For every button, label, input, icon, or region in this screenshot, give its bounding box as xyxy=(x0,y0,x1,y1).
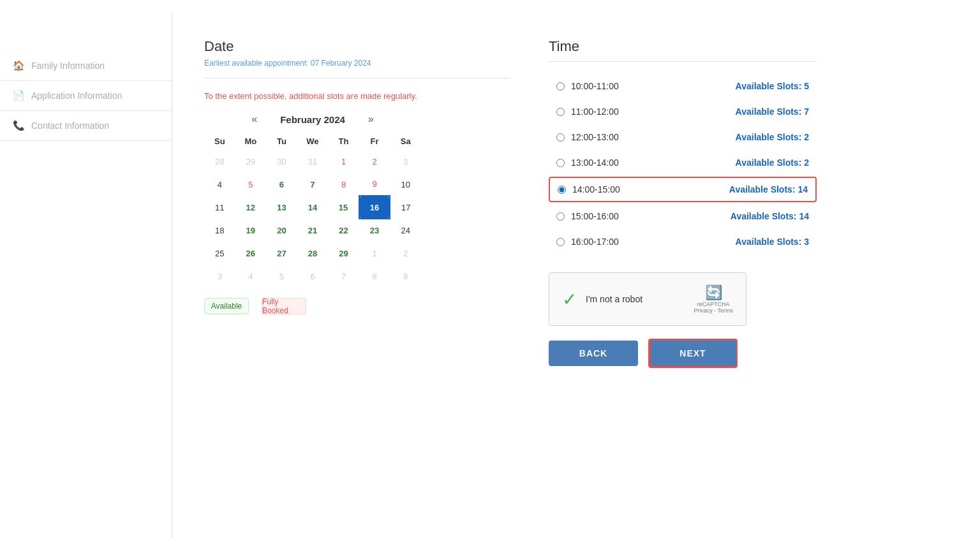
time-slot-row-slot-13-14[interactable]: 13:00-14:00Available Slots: 2 xyxy=(549,151,817,174)
time-slot-radio-slot-14-15[interactable] xyxy=(558,186,566,194)
time-slot-label: 13:00-14:00 xyxy=(571,158,619,168)
date-title: Date xyxy=(204,38,510,55)
calendar-day[interactable]: 25 xyxy=(204,242,235,265)
time-slot-radio-slot-16-17[interactable] xyxy=(556,238,565,246)
calendar-day[interactable]: 12 xyxy=(235,196,267,219)
time-slot-label: 15:00-16:00 xyxy=(571,211,619,221)
calendar-day[interactable]: 22 xyxy=(328,219,359,242)
sidebar-item-application-information[interactable]: 📄 Application Information xyxy=(0,81,172,111)
slots-available-label: Available Slots: 2 xyxy=(736,158,809,168)
slots-available-label: Available Slots: 3 xyxy=(736,237,809,247)
calendar-day[interactable]: 18 xyxy=(204,219,235,242)
calendar-day[interactable]: 8 xyxy=(328,173,359,196)
calendar-day[interactable]: 21 xyxy=(297,219,329,242)
calendar-week-1: 45678910 xyxy=(204,173,421,196)
prev-month-button[interactable]: « xyxy=(248,114,261,125)
time-slot-row-slot-16-17[interactable]: 16:00-17:00Available Slots: 3 xyxy=(549,230,817,253)
calendar-day[interactable]: 24 xyxy=(390,219,421,242)
calendar-day[interactable]: 7 xyxy=(297,173,329,196)
sidebar-item-contact-information[interactable]: 📞 Contact Information xyxy=(0,111,172,141)
legend-fully-booked: Fully Booked xyxy=(262,298,306,314)
time-slot-row-slot-12-13[interactable]: 12:00-13:00Available Slots: 2 xyxy=(549,126,817,149)
sidebar-item-label-family: Family Information xyxy=(31,61,105,71)
time-slot-radio-slot-15-16[interactable] xyxy=(556,212,565,221)
sidebar-item-family-information[interactable]: 🏠 Family Information xyxy=(0,51,172,81)
sidebar-item-label-contact: Contact Information xyxy=(31,121,109,131)
calendar-day[interactable]: 14 xyxy=(297,196,329,219)
date-section: Date Earliest available appointment: 07 … xyxy=(204,38,510,513)
day-header-we: We xyxy=(297,133,329,150)
time-slot-radio-slot-10-11[interactable] xyxy=(556,82,565,91)
calendar-day[interactable]: 19 xyxy=(235,219,267,242)
time-slot-label: 10:00-11:00 xyxy=(571,81,619,91)
calendar-day[interactable]: 29 xyxy=(328,242,359,265)
sidebar: 🏠 Family Information 📄 Application Infor… xyxy=(0,13,172,538)
calendar-day[interactable]: 9 xyxy=(359,173,390,196)
calendar-day[interactable]: 16 xyxy=(359,196,390,219)
calendar-day[interactable]: 20 xyxy=(266,219,297,242)
slots-available-label: Available Slots: 14 xyxy=(729,184,808,195)
time-slot-radio-slot-12-13[interactable] xyxy=(556,133,565,142)
calendar-week-0: 28293031123 xyxy=(204,150,421,173)
time-slot-row-slot-10-11[interactable]: 10:00-11:00Available Slots: 5 xyxy=(549,75,817,98)
calendar: « February 2024 » SuMoTuWeThFrSa 2829303… xyxy=(204,114,421,288)
captcha-checkmark-icon: ✓ xyxy=(562,289,577,310)
time-slot-left: 13:00-14:00 xyxy=(556,158,619,168)
calendar-day[interactable]: 23 xyxy=(359,219,390,242)
day-header-tu: Tu xyxy=(266,133,297,150)
calendar-day: 7 xyxy=(328,265,359,288)
legend-available: Available xyxy=(204,298,249,314)
calendar-day[interactable]: 28 xyxy=(297,242,329,265)
slots-available-label: Available Slots: 7 xyxy=(736,107,809,117)
calendar-day[interactable]: 17 xyxy=(390,196,421,219)
slots-available-label: Available Slots: 5 xyxy=(736,81,809,91)
calendar-legend: Available Fully Booked xyxy=(204,298,510,314)
available-box: Available xyxy=(204,298,249,314)
time-slot-radio-slot-11-12[interactable] xyxy=(556,108,565,116)
calendar-week-2: 11121314151617 xyxy=(204,196,421,219)
captcha-right: 🔄 reCAPTCHA Privacy - Terms xyxy=(694,284,733,314)
phone-icon: 📞 xyxy=(13,120,25,131)
day-header-sa: Sa xyxy=(390,133,421,150)
next-button[interactable]: NEXT xyxy=(648,339,738,368)
calendar-day[interactable]: 26 xyxy=(235,242,267,265)
time-slot-row-slot-14-15[interactable]: 14:00-15:00Available Slots: 14 xyxy=(549,177,817,202)
main-content: Date Earliest available appointment: 07 … xyxy=(172,13,980,538)
calendar-day[interactable]: 13 xyxy=(266,196,297,219)
calendar-week-4: 252627282912 xyxy=(204,242,421,265)
time-slot-label: 14:00-15:00 xyxy=(572,184,620,195)
time-slot-left: 16:00-17:00 xyxy=(556,237,619,247)
calendar-header: « February 2024 » xyxy=(204,114,421,125)
time-slot-radio-slot-13-14[interactable] xyxy=(556,159,565,167)
calendar-day: 8 xyxy=(359,265,390,288)
calendar-week-5: 3456789 xyxy=(204,265,421,288)
document-icon: 📄 xyxy=(13,90,25,101)
slots-available-label: Available Slots: 14 xyxy=(731,211,809,221)
calendar-day[interactable]: 15 xyxy=(328,196,359,219)
available-label: Available xyxy=(211,302,242,311)
time-section: Time 10:00-11:00Available Slots: 511:00-… xyxy=(549,38,817,513)
captcha-box[interactable]: ✓ I'm not a robot 🔄 reCAPTCHA Privacy - … xyxy=(549,272,746,326)
calendar-day[interactable]: 5 xyxy=(235,173,267,196)
calendar-day[interactable]: 10 xyxy=(390,173,421,196)
recaptcha-brand: reCAPTCHA xyxy=(697,301,730,307)
fully-booked-box: Fully Booked xyxy=(262,298,306,314)
captcha-left: ✓ I'm not a robot xyxy=(562,289,642,310)
back-button[interactable]: BACK xyxy=(549,341,638,366)
calendar-day: 6 xyxy=(297,265,329,288)
calendar-day[interactable]: 6 xyxy=(266,173,297,196)
calendar-day[interactable]: 4 xyxy=(204,173,235,196)
time-slots-container: 10:00-11:00Available Slots: 511:00-12:00… xyxy=(549,75,817,253)
calendar-day[interactable]: 1 xyxy=(328,150,359,173)
fully-booked-label: Fully Booked xyxy=(262,297,306,315)
day-header-th: Th xyxy=(328,133,359,150)
time-slot-row-slot-15-16[interactable]: 15:00-16:00Available Slots: 14 xyxy=(549,205,817,228)
calendar-day: 29 xyxy=(235,150,267,173)
calendar-day[interactable]: 27 xyxy=(266,242,297,265)
time-slot-row-slot-11-12[interactable]: 11:00-12:00Available Slots: 7 xyxy=(549,100,817,123)
next-month-button[interactable]: » xyxy=(364,114,378,125)
recaptcha-sub: Privacy - Terms xyxy=(694,307,733,314)
calendar-day[interactable]: 11 xyxy=(204,196,235,219)
calendar-day[interactable]: 2 xyxy=(359,150,390,173)
sidebar-item-label-application: Application Information xyxy=(31,91,122,101)
